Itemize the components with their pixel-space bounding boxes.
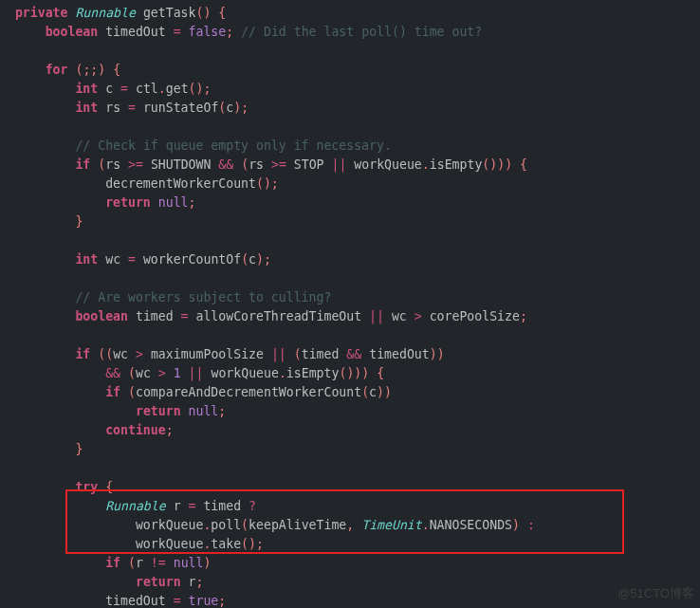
code-token: = bbox=[128, 252, 136, 267]
code-token: . bbox=[158, 82, 166, 96]
code-token: () bbox=[482, 157, 497, 172]
code-token: maximumPoolSize bbox=[143, 347, 271, 361]
code-token: ; bbox=[189, 195, 196, 210]
code-line: workQueue.take(); bbox=[0, 535, 700, 554]
code-token bbox=[98, 480, 105, 494]
code-line bbox=[0, 326, 700, 345]
code-token: ? bbox=[249, 499, 256, 513]
code-token bbox=[512, 157, 520, 172]
code-token: ; bbox=[218, 594, 226, 608]
code-token: decrementWorkerCount bbox=[105, 176, 256, 191]
code-token bbox=[15, 366, 105, 380]
code-token: . bbox=[422, 157, 430, 172]
code-token: if bbox=[105, 385, 120, 399]
code-token: { bbox=[218, 6, 226, 20]
code-token: wc bbox=[113, 347, 136, 361]
code-token: Runnable bbox=[75, 6, 136, 20]
code-token: && bbox=[105, 366, 120, 380]
code-token: timed bbox=[195, 499, 249, 513]
code-token: workQueue bbox=[15, 537, 204, 551]
code-token: { bbox=[113, 63, 120, 77]
code-token: ( bbox=[128, 385, 136, 399]
code-token: rs bbox=[98, 101, 128, 115]
code-token: || bbox=[332, 157, 347, 172]
code-token: () bbox=[256, 176, 271, 191]
code-token: || bbox=[369, 309, 384, 323]
code-token bbox=[15, 499, 105, 513]
code-token: ; bbox=[256, 537, 264, 551]
code-token: timedOut bbox=[361, 347, 429, 361]
code-token: r bbox=[166, 499, 189, 513]
code-token: ; bbox=[241, 101, 249, 115]
code-token: ( bbox=[241, 252, 249, 267]
code-token bbox=[354, 518, 361, 532]
code-line: continue; bbox=[0, 421, 700, 440]
code-token: ) bbox=[377, 385, 384, 399]
code-token: corePoolSize bbox=[422, 309, 520, 323]
code-token: r bbox=[136, 556, 151, 570]
code-token: = bbox=[174, 25, 181, 39]
code-token: ) bbox=[384, 385, 392, 399]
code-token: return bbox=[136, 575, 181, 589]
code-line: Runnable r = timed ? bbox=[0, 497, 700, 516]
code-token bbox=[166, 556, 174, 570]
code-token: ) bbox=[505, 157, 512, 172]
code-token: rs bbox=[249, 157, 271, 172]
code-token bbox=[15, 385, 105, 399]
code-token: = bbox=[174, 594, 181, 608]
code-token bbox=[15, 404, 136, 418]
code-token: >= bbox=[271, 157, 286, 172]
code-token: isEmpty bbox=[430, 157, 483, 172]
code-token: null bbox=[189, 404, 219, 418]
code-token bbox=[136, 252, 143, 267]
code-token: { bbox=[377, 366, 384, 380]
code-line: boolean timedOut = false; // Did the las… bbox=[0, 23, 700, 42]
code-token bbox=[15, 252, 76, 267]
code-line: boolean timed = allowCoreThreadTimeOut |… bbox=[0, 307, 700, 326]
code-token bbox=[15, 138, 76, 153]
code-token: . bbox=[422, 518, 430, 532]
code-token: boolean bbox=[46, 25, 99, 39]
code-token: ; bbox=[271, 176, 279, 191]
code-line: return null; bbox=[0, 193, 700, 212]
code-token: Runnable bbox=[105, 499, 166, 513]
code-token: int bbox=[75, 82, 98, 96]
code-token: } bbox=[75, 442, 83, 456]
code-line: for (;;) { bbox=[0, 61, 700, 80]
code-token: take bbox=[211, 537, 241, 551]
code-token: ; bbox=[195, 575, 203, 589]
code-token: ; bbox=[264, 252, 271, 267]
code-token: r bbox=[181, 575, 196, 589]
code-token: rs bbox=[105, 157, 128, 172]
code-token: && bbox=[346, 347, 361, 361]
code-line: } bbox=[0, 212, 700, 231]
code-token: STOP bbox=[286, 157, 332, 172]
code-token: ( bbox=[361, 385, 369, 399]
code-token: ; bbox=[218, 404, 226, 418]
code-token: wc bbox=[136, 366, 158, 380]
code-token: ctl bbox=[128, 82, 158, 96]
code-token: ( bbox=[128, 556, 136, 570]
code-token: false bbox=[189, 25, 227, 39]
code-token: continue bbox=[105, 423, 166, 437]
code-token: )) bbox=[430, 347, 445, 361]
code-token bbox=[15, 157, 76, 172]
code-token bbox=[15, 195, 105, 210]
code-token bbox=[369, 366, 377, 380]
code-line bbox=[0, 231, 700, 250]
code-line: try { bbox=[0, 478, 700, 497]
code-token bbox=[15, 176, 105, 191]
code-token: return bbox=[136, 404, 181, 418]
code-token bbox=[15, 214, 76, 229]
code-line: timedOut = true; bbox=[0, 592, 700, 608]
code-token: ) bbox=[512, 518, 520, 532]
code-token bbox=[120, 556, 128, 570]
code-token bbox=[105, 63, 113, 77]
code-token: = bbox=[128, 101, 136, 115]
code-token bbox=[120, 385, 128, 399]
code-token: timed bbox=[302, 347, 347, 361]
code-token: workQueue bbox=[15, 518, 204, 532]
code-token: if bbox=[105, 556, 120, 570]
code-token: && bbox=[218, 157, 233, 172]
code-token: () bbox=[195, 6, 211, 20]
